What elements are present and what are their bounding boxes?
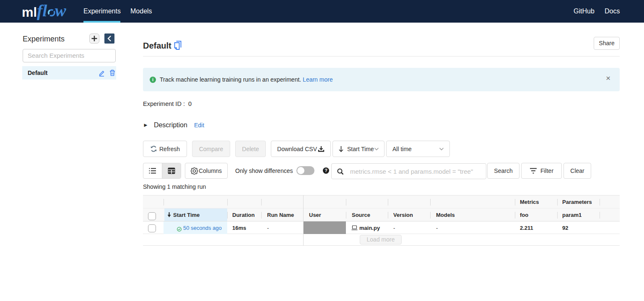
svg-text:w: w — [55, 1, 66, 20]
svg-text:fl: fl — [37, 1, 47, 20]
svg-text:ml: ml — [22, 5, 37, 20]
